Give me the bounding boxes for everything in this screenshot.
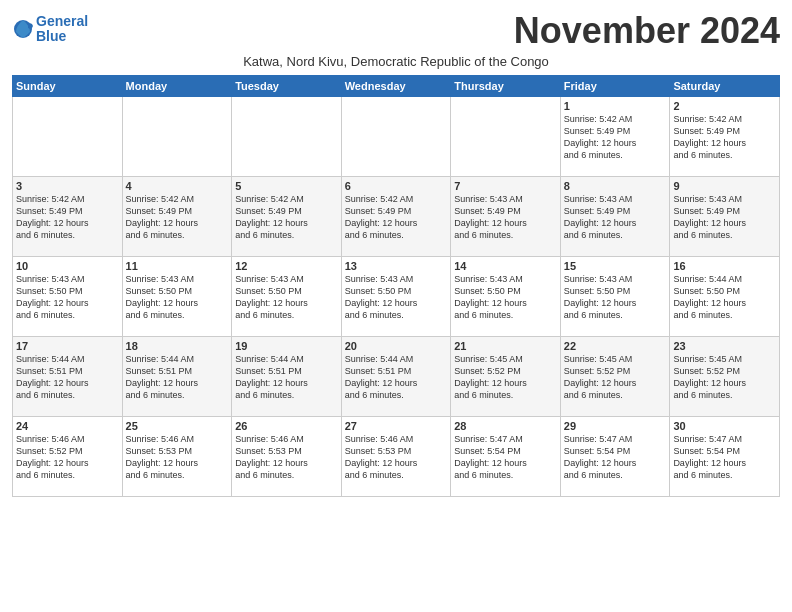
day-info: Sunrise: 5:43 AM Sunset: 5:50 PM Dayligh… [16, 273, 119, 322]
day-info: Sunrise: 5:43 AM Sunset: 5:50 PM Dayligh… [564, 273, 667, 322]
day-info: Sunrise: 5:42 AM Sunset: 5:49 PM Dayligh… [126, 193, 229, 242]
day-number: 16 [673, 260, 776, 272]
calendar-cell: 17Sunrise: 5:44 AM Sunset: 5:51 PM Dayli… [13, 337, 123, 417]
day-info: Sunrise: 5:46 AM Sunset: 5:53 PM Dayligh… [126, 433, 229, 482]
day-info: Sunrise: 5:44 AM Sunset: 5:51 PM Dayligh… [16, 353, 119, 402]
calendar-cell [451, 97, 561, 177]
day-number: 20 [345, 340, 448, 352]
month-title: November 2024 [514, 10, 780, 52]
calendar-cell [122, 97, 232, 177]
day-info: Sunrise: 5:43 AM Sunset: 5:49 PM Dayligh… [564, 193, 667, 242]
day-number: 13 [345, 260, 448, 272]
calendar-body: 1Sunrise: 5:42 AM Sunset: 5:49 PM Daylig… [13, 97, 780, 497]
day-number: 15 [564, 260, 667, 272]
day-info: Sunrise: 5:42 AM Sunset: 5:49 PM Dayligh… [235, 193, 338, 242]
day-info: Sunrise: 5:44 AM Sunset: 5:51 PM Dayligh… [345, 353, 448, 402]
calendar-cell: 11Sunrise: 5:43 AM Sunset: 5:50 PM Dayli… [122, 257, 232, 337]
calendar-cell: 9Sunrise: 5:43 AM Sunset: 5:49 PM Daylig… [670, 177, 780, 257]
day-number: 4 [126, 180, 229, 192]
calendar-cell: 1Sunrise: 5:42 AM Sunset: 5:49 PM Daylig… [560, 97, 670, 177]
calendar-cell: 6Sunrise: 5:42 AM Sunset: 5:49 PM Daylig… [341, 177, 451, 257]
day-info: Sunrise: 5:46 AM Sunset: 5:53 PM Dayligh… [235, 433, 338, 482]
calendar-cell: 3Sunrise: 5:42 AM Sunset: 5:49 PM Daylig… [13, 177, 123, 257]
calendar-cell: 5Sunrise: 5:42 AM Sunset: 5:49 PM Daylig… [232, 177, 342, 257]
day-number: 27 [345, 420, 448, 432]
day-info: Sunrise: 5:45 AM Sunset: 5:52 PM Dayligh… [454, 353, 557, 402]
calendar-week-3: 10Sunrise: 5:43 AM Sunset: 5:50 PM Dayli… [13, 257, 780, 337]
calendar-week-4: 17Sunrise: 5:44 AM Sunset: 5:51 PM Dayli… [13, 337, 780, 417]
day-number: 28 [454, 420, 557, 432]
day-info: Sunrise: 5:43 AM Sunset: 5:50 PM Dayligh… [126, 273, 229, 322]
calendar-week-2: 3Sunrise: 5:42 AM Sunset: 5:49 PM Daylig… [13, 177, 780, 257]
calendar-cell [232, 97, 342, 177]
calendar-cell: 2Sunrise: 5:42 AM Sunset: 5:49 PM Daylig… [670, 97, 780, 177]
calendar-cell: 26Sunrise: 5:46 AM Sunset: 5:53 PM Dayli… [232, 417, 342, 497]
day-number: 24 [16, 420, 119, 432]
logo-text: General Blue [36, 14, 88, 45]
day-info: Sunrise: 5:46 AM Sunset: 5:52 PM Dayligh… [16, 433, 119, 482]
calendar-week-1: 1Sunrise: 5:42 AM Sunset: 5:49 PM Daylig… [13, 97, 780, 177]
calendar-header-row: Sunday Monday Tuesday Wednesday Thursday… [13, 76, 780, 97]
day-number: 18 [126, 340, 229, 352]
page-container: General Blue November 2024 Katwa, Nord K… [0, 0, 792, 505]
day-number: 1 [564, 100, 667, 112]
header: General Blue November 2024 [12, 10, 780, 52]
col-thursday: Thursday [451, 76, 561, 97]
day-number: 8 [564, 180, 667, 192]
day-number: 11 [126, 260, 229, 272]
day-info: Sunrise: 5:47 AM Sunset: 5:54 PM Dayligh… [454, 433, 557, 482]
calendar-cell: 25Sunrise: 5:46 AM Sunset: 5:53 PM Dayli… [122, 417, 232, 497]
calendar-cell: 21Sunrise: 5:45 AM Sunset: 5:52 PM Dayli… [451, 337, 561, 417]
col-tuesday: Tuesday [232, 76, 342, 97]
col-friday: Friday [560, 76, 670, 97]
calendar-cell: 20Sunrise: 5:44 AM Sunset: 5:51 PM Dayli… [341, 337, 451, 417]
calendar-cell: 16Sunrise: 5:44 AM Sunset: 5:50 PM Dayli… [670, 257, 780, 337]
day-info: Sunrise: 5:43 AM Sunset: 5:50 PM Dayligh… [454, 273, 557, 322]
day-number: 12 [235, 260, 338, 272]
calendar-cell [13, 97, 123, 177]
day-number: 29 [564, 420, 667, 432]
day-number: 6 [345, 180, 448, 192]
day-number: 26 [235, 420, 338, 432]
day-number: 17 [16, 340, 119, 352]
day-number: 5 [235, 180, 338, 192]
logo: General Blue [12, 14, 88, 45]
day-number: 2 [673, 100, 776, 112]
logo-icon [12, 18, 34, 40]
day-number: 9 [673, 180, 776, 192]
col-sunday: Sunday [13, 76, 123, 97]
day-info: Sunrise: 5:45 AM Sunset: 5:52 PM Dayligh… [564, 353, 667, 402]
calendar-cell: 27Sunrise: 5:46 AM Sunset: 5:53 PM Dayli… [341, 417, 451, 497]
day-number: 7 [454, 180, 557, 192]
day-number: 21 [454, 340, 557, 352]
day-info: Sunrise: 5:43 AM Sunset: 5:49 PM Dayligh… [454, 193, 557, 242]
day-info: Sunrise: 5:42 AM Sunset: 5:49 PM Dayligh… [673, 113, 776, 162]
day-info: Sunrise: 5:44 AM Sunset: 5:51 PM Dayligh… [126, 353, 229, 402]
calendar-cell: 28Sunrise: 5:47 AM Sunset: 5:54 PM Dayli… [451, 417, 561, 497]
calendar-cell: 23Sunrise: 5:45 AM Sunset: 5:52 PM Dayli… [670, 337, 780, 417]
calendar-cell: 24Sunrise: 5:46 AM Sunset: 5:52 PM Dayli… [13, 417, 123, 497]
day-number: 25 [126, 420, 229, 432]
day-info: Sunrise: 5:45 AM Sunset: 5:52 PM Dayligh… [673, 353, 776, 402]
calendar-cell: 7Sunrise: 5:43 AM Sunset: 5:49 PM Daylig… [451, 177, 561, 257]
calendar-cell: 12Sunrise: 5:43 AM Sunset: 5:50 PM Dayli… [232, 257, 342, 337]
day-info: Sunrise: 5:43 AM Sunset: 5:49 PM Dayligh… [673, 193, 776, 242]
calendar-cell: 14Sunrise: 5:43 AM Sunset: 5:50 PM Dayli… [451, 257, 561, 337]
calendar-table: Sunday Monday Tuesday Wednesday Thursday… [12, 75, 780, 497]
col-monday: Monday [122, 76, 232, 97]
day-info: Sunrise: 5:47 AM Sunset: 5:54 PM Dayligh… [564, 433, 667, 482]
col-saturday: Saturday [670, 76, 780, 97]
calendar-cell: 13Sunrise: 5:43 AM Sunset: 5:50 PM Dayli… [341, 257, 451, 337]
calendar-cell: 30Sunrise: 5:47 AM Sunset: 5:54 PM Dayli… [670, 417, 780, 497]
day-info: Sunrise: 5:42 AM Sunset: 5:49 PM Dayligh… [564, 113, 667, 162]
calendar-cell: 18Sunrise: 5:44 AM Sunset: 5:51 PM Dayli… [122, 337, 232, 417]
day-info: Sunrise: 5:42 AM Sunset: 5:49 PM Dayligh… [16, 193, 119, 242]
calendar-cell: 10Sunrise: 5:43 AM Sunset: 5:50 PM Dayli… [13, 257, 123, 337]
day-info: Sunrise: 5:43 AM Sunset: 5:50 PM Dayligh… [235, 273, 338, 322]
calendar-cell: 19Sunrise: 5:44 AM Sunset: 5:51 PM Dayli… [232, 337, 342, 417]
calendar-cell: 4Sunrise: 5:42 AM Sunset: 5:49 PM Daylig… [122, 177, 232, 257]
calendar-cell: 22Sunrise: 5:45 AM Sunset: 5:52 PM Dayli… [560, 337, 670, 417]
day-info: Sunrise: 5:43 AM Sunset: 5:50 PM Dayligh… [345, 273, 448, 322]
day-info: Sunrise: 5:42 AM Sunset: 5:49 PM Dayligh… [345, 193, 448, 242]
calendar-cell: 8Sunrise: 5:43 AM Sunset: 5:49 PM Daylig… [560, 177, 670, 257]
